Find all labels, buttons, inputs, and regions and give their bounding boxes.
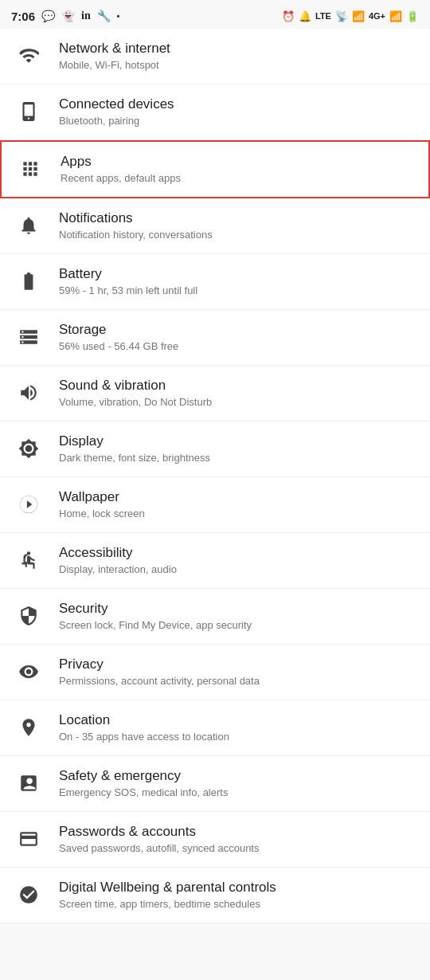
settings-item-text-sound: Sound & vibrationVolume, vibration, Do N… (59, 377, 212, 410)
settings-item-title-display: Display (59, 433, 210, 450)
settings-item-subtitle-network: Mobile, Wi-Fi, hotspot (59, 59, 170, 73)
settings-item-subtitle-privacy: Permissions, account activity, personal … (59, 675, 260, 688)
settings-item-text-accessibility: AccessibilityDisplay, interaction, audio (59, 544, 177, 577)
settings-item-network[interactable]: Network & internetMobile, Wi-Fi, hotspot (0, 29, 430, 84)
settings-item-subtitle-security: Screen lock, Find My Device, app securit… (59, 619, 252, 633)
wifi-signal-icon: 📡 (335, 10, 348, 22)
settings-item-apps[interactable]: AppsRecent apps, default apps (0, 140, 430, 198)
settings-item-battery[interactable]: Battery59% - 1 hr, 53 min left until ful… (0, 254, 430, 310)
settings-item-title-accessibility: Accessibility (59, 544, 177, 562)
settings-item-title-storage: Storage (59, 321, 178, 339)
privacy-icon (13, 656, 45, 688)
settings-item-sound[interactable]: Sound & vibrationVolume, vibration, Do N… (0, 366, 430, 421)
display-icon (13, 433, 45, 465)
settings-item-subtitle-connected-devices: Bluetooth, pairing (59, 115, 174, 128)
settings-item-text-passwords: Passwords & accountsSaved passwords, aut… (59, 823, 259, 856)
settings-item-security[interactable]: SecurityScreen lock, Find My Device, app… (0, 589, 430, 645)
settings-item-title-connected-devices: Connected devices (59, 96, 174, 113)
passwords-icon (13, 823, 45, 855)
settings-item-subtitle-notifications: Notification history, conversations (59, 229, 213, 242)
settings-item-notifications[interactable]: NotificationsNotification history, conve… (0, 198, 430, 254)
location-icon (13, 711, 45, 743)
settings-item-text-apps: AppsRecent apps, default apps (61, 153, 181, 186)
signal-icon: 📶 (389, 10, 402, 22)
settings-item-subtitle-safety: Emergency SOS, medical info, alerts (59, 786, 228, 800)
settings-item-text-security: SecurityScreen lock, Find My Device, app… (59, 600, 252, 633)
settings-item-passwords[interactable]: Passwords & accountsSaved passwords, aut… (0, 812, 430, 868)
settings-item-title-safety: Safety & emergency (59, 767, 228, 785)
settings-item-title-security: Security (59, 600, 252, 617)
settings-item-subtitle-passwords: Saved passwords, autofill, synced accoun… (59, 842, 259, 856)
settings-item-subtitle-storage: 56% used - 56.44 GB free (59, 340, 178, 354)
accessibility-icon (13, 544, 45, 576)
settings-item-text-wellbeing: Digital Wellbeing & parental controlsScr… (59, 879, 276, 911)
settings-item-wallpaper[interactable]: WallpaperHome, lock screen (0, 477, 430, 533)
settings-item-privacy[interactable]: PrivacyPermissions, account activity, pe… (0, 645, 430, 700)
status-bar: 7:06 💬 👻 in 🔧 • ⏰ 🔔 LTE 📡 📶 4G+ 📶 🔋 (0, 0, 430, 29)
settings-item-title-wellbeing: Digital Wellbeing & parental controls (59, 879, 276, 896)
settings-item-subtitle-wellbeing: Screen time, app timers, bedtime schedul… (59, 898, 276, 911)
settings-item-title-wallpaper: Wallpaper (59, 488, 145, 506)
settings-item-title-battery: Battery (59, 265, 197, 283)
settings-item-accessibility[interactable]: AccessibilityDisplay, interaction, audio (0, 533, 430, 589)
battery-icon (13, 265, 45, 297)
settings-item-text-battery: Battery59% - 1 hr, 53 min left until ful… (59, 265, 197, 298)
wifi-icon (13, 40, 45, 72)
battery-icon: 🔋 (406, 10, 419, 22)
settings-item-connected-devices[interactable]: Connected devicesBluetooth, pairing (0, 84, 430, 140)
settings-item-text-wallpaper: WallpaperHome, lock screen (59, 488, 145, 521)
alarm-icon: ⏰ (282, 10, 295, 22)
notifications-icon (13, 210, 45, 241)
4g-icon: 4G+ (369, 11, 385, 21)
settings-item-text-notifications: NotificationsNotification history, conve… (59, 210, 213, 242)
dot-icon: • (117, 12, 120, 21)
settings-item-text-network: Network & internetMobile, Wi-Fi, hotspot (59, 40, 170, 73)
settings-item-storage[interactable]: Storage56% used - 56.44 GB free (0, 310, 430, 366)
settings-item-title-apps: Apps (61, 153, 181, 171)
safety-icon (13, 767, 45, 799)
wallpaper-icon (13, 488, 45, 520)
signal-bars-icon: 📶 (352, 10, 365, 22)
settings-item-subtitle-accessibility: Display, interaction, audio (59, 563, 177, 577)
settings-item-subtitle-location: On - 35 apps have access to location (59, 731, 229, 744)
settings-list: Network & internetMobile, Wi-Fi, hotspot… (0, 29, 430, 923)
apps-icon (14, 153, 46, 185)
settings-item-text-storage: Storage56% used - 56.44 GB free (59, 321, 178, 354)
settings-item-title-sound: Sound & vibration (59, 377, 212, 394)
whatsapp-icon: 💬 (41, 10, 55, 22)
sound-icon (13, 377, 45, 409)
settings-item-title-privacy: Privacy (59, 656, 260, 673)
settings-item-location[interactable]: LocationOn - 35 apps have access to loca… (0, 700, 430, 756)
settings-item-subtitle-wallpaper: Home, lock screen (59, 508, 145, 521)
time: 7:06 (11, 10, 35, 23)
settings-item-text-connected-devices: Connected devicesBluetooth, pairing (59, 96, 174, 128)
settings-item-subtitle-sound: Volume, vibration, Do Not Disturb (59, 396, 212, 410)
settings-item-subtitle-display: Dark theme, font size, brightness (59, 452, 210, 465)
settings-item-wellbeing[interactable]: Digital Wellbeing & parental controlsScr… (0, 868, 430, 923)
settings-item-title-passwords: Passwords & accounts (59, 823, 259, 841)
settings-item-text-location: LocationOn - 35 apps have access to loca… (59, 711, 229, 744)
settings-item-subtitle-apps: Recent apps, default apps (61, 172, 181, 186)
settings-item-display[interactable]: DisplayDark theme, font size, brightness (0, 421, 430, 477)
wellbeing-icon (13, 879, 45, 911)
snapchat-icon: 👻 (61, 10, 75, 22)
settings-item-safety[interactable]: Safety & emergencyEmergency SOS, medical… (0, 756, 430, 812)
settings-item-subtitle-battery: 59% - 1 hr, 53 min left until full (59, 284, 197, 298)
settings-item-text-safety: Safety & emergencyEmergency SOS, medical… (59, 767, 228, 800)
lte-icon: LTE (315, 11, 331, 21)
settings-item-title-location: Location (59, 711, 229, 729)
linkedin-icon: in (81, 10, 91, 22)
settings-item-text-display: DisplayDark theme, font size, brightness (59, 433, 210, 465)
security-icon (13, 600, 45, 632)
settings-item-title-network: Network & internet (59, 40, 170, 57)
status-time-area: 7:06 💬 👻 in 🔧 • (11, 10, 119, 23)
volume-icon: 🔔 (299, 10, 311, 22)
storage-icon (13, 321, 45, 353)
tools-icon: 🔧 (97, 10, 111, 22)
devices-icon (13, 96, 45, 127)
settings-item-title-notifications: Notifications (59, 210, 213, 227)
settings-item-text-privacy: PrivacyPermissions, account activity, pe… (59, 656, 260, 688)
status-icons-area: ⏰ 🔔 LTE 📡 📶 4G+ 📶 🔋 (282, 10, 419, 22)
